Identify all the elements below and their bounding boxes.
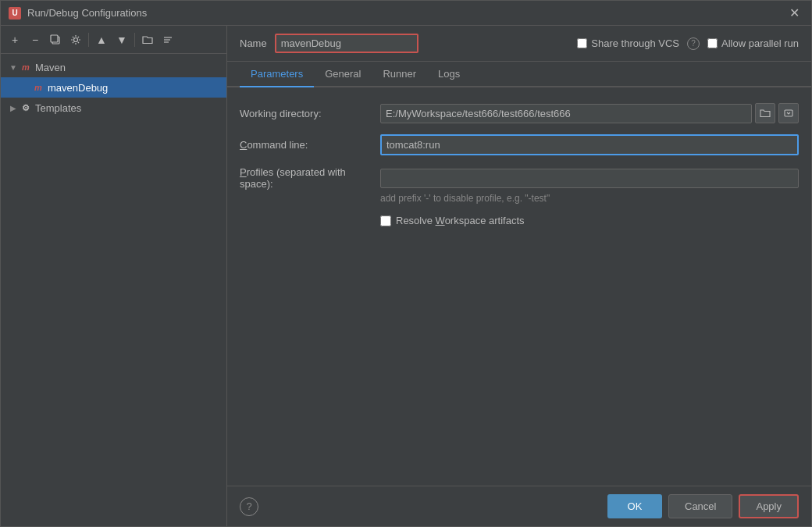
sidebar: + − ▲ ▼ (1, 26, 227, 526)
tabs-bar: Parameters General Runner Logs (227, 62, 811, 87)
title-bar: U Run/Debug Configurations ✕ (1, 1, 811, 26)
mavendebug-label: mavenDebug (48, 82, 108, 94)
sidebar-toolbar: + − ▲ ▼ (1, 26, 226, 54)
working-directory-input-group (380, 103, 799, 123)
working-directory-browse-btn[interactable] (755, 103, 775, 123)
tab-content-parameters: Working directory: (227, 87, 811, 486)
sidebar-item-maven[interactable]: ▼ m Maven (1, 57, 226, 77)
name-label: Name (240, 37, 267, 49)
sidebar-tree: ▼ m Maven m mavenDebug ▶ ⚙ Templates (1, 54, 226, 526)
name-bar: Name Share through VCS ? Allow parallel … (227, 26, 811, 62)
move-up-button[interactable]: ▲ (92, 30, 111, 49)
profiles-input-row: Profiles (separated with space): (240, 166, 799, 190)
command-line-label: Command line: (240, 139, 380, 151)
profiles-row: Profiles (separated with space): add pre… (240, 166, 799, 204)
templates-icon: ⚙ (20, 101, 32, 114)
profiles-hint: add prefix '-' to disable profile, e.g. … (380, 193, 799, 204)
name-right-options: Share through VCS ? Allow parallel run (577, 37, 799, 50)
working-directory-label: Working directory: (240, 108, 380, 119)
profiles-label: Profiles (separated with space): (240, 166, 380, 190)
footer-buttons: OK Cancel Apply (607, 494, 799, 518)
sort-button[interactable] (158, 30, 177, 49)
dialog-icon: U (9, 7, 21, 20)
sidebar-item-mavendebug[interactable]: m mavenDebug (1, 77, 226, 98)
profiles-input[interactable] (380, 169, 799, 188)
help-icon[interactable]: ? (687, 37, 700, 50)
name-input[interactable] (276, 35, 417, 52)
dialog-title: Run/Debug Configurations (27, 7, 785, 19)
share-vcs-checkbox[interactable] (577, 38, 587, 48)
profiles-input-group (380, 169, 799, 188)
working-directory-input[interactable] (380, 104, 752, 123)
close-button[interactable]: ✕ (785, 4, 803, 23)
maven-group-label: Maven (35, 62, 66, 73)
apply-button[interactable]: Apply (739, 494, 799, 518)
command-line-input[interactable] (382, 136, 797, 154)
svg-rect-1 (51, 35, 58, 42)
footer: ? OK Cancel Apply (227, 486, 811, 526)
ok-button[interactable]: OK (607, 494, 662, 518)
command-line-row: Command line: (240, 134, 799, 155)
folder-button[interactable] (138, 30, 157, 49)
add-button[interactable]: + (5, 30, 24, 49)
working-directory-row: Working directory: (240, 103, 799, 123)
settings-button[interactable] (66, 30, 85, 49)
right-panel: Name Share through VCS ? Allow parallel … (227, 26, 811, 526)
tab-logs[interactable]: Logs (427, 62, 471, 87)
tab-runner[interactable]: Runner (372, 62, 427, 87)
remove-button[interactable]: − (26, 30, 45, 49)
resolve-workspace-label[interactable]: Resolve Workspace artifacts (380, 215, 525, 226)
tab-parameters[interactable]: Parameters (240, 62, 314, 87)
separator (88, 33, 89, 47)
command-line-input-wrapper (380, 134, 799, 155)
separator2 (134, 33, 135, 47)
main-content: + − ▲ ▼ (1, 26, 811, 526)
svg-rect-6 (785, 110, 792, 116)
expand-icon-maven: ▼ (7, 61, 20, 73)
copy-button[interactable] (46, 30, 65, 49)
resolve-workspace-row: Resolve Workspace artifacts (240, 215, 799, 226)
allow-parallel-label[interactable]: Allow parallel run (707, 37, 799, 49)
move-down-button[interactable]: ▼ (112, 30, 131, 49)
allow-parallel-checkbox[interactable] (707, 38, 718, 48)
resolve-workspace-checkbox[interactable] (380, 215, 391, 226)
maven-group-icon: m (20, 61, 32, 73)
working-directory-open-btn[interactable] (778, 103, 799, 123)
expand-icon-spacer (20, 81, 32, 94)
expand-icon-templates: ▶ (7, 101, 20, 114)
tab-general[interactable]: General (314, 62, 372, 87)
footer-help-button[interactable]: ? (240, 497, 258, 516)
run-debug-dialog: U Run/Debug Configurations ✕ + − (0, 0, 812, 527)
share-vcs-label[interactable]: Share through VCS (577, 37, 679, 49)
name-input-wrapper (275, 34, 418, 53)
cancel-button[interactable]: Cancel (668, 494, 732, 518)
sidebar-item-templates[interactable]: ▶ ⚙ Templates (1, 98, 226, 118)
templates-label: Templates (35, 102, 81, 114)
svg-point-2 (74, 37, 78, 41)
mavendebug-icon: m (32, 81, 45, 94)
